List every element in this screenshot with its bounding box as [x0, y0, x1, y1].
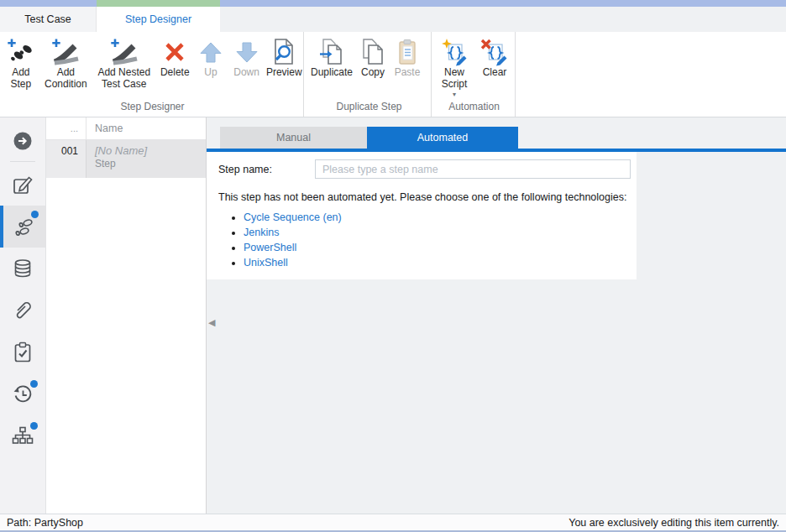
down-arrow-icon: [232, 37, 262, 67]
add-condition-button[interactable]: Add Condition: [40, 35, 92, 100]
hierarchy-icon: [12, 425, 34, 447]
status-path: Path: PartyShop: [7, 517, 83, 529]
rail-item-edit[interactable]: [0, 164, 45, 206]
up-button[interactable]: Up: [193, 35, 228, 100]
automated-step-card: Step name: This step has not been automa…: [207, 152, 637, 279]
copy-button[interactable]: Copy: [356, 35, 390, 100]
technology-list: Cycle Sequence (en) Jenkins PowerShell U…: [244, 211, 637, 269]
up-arrow-icon: [196, 37, 226, 67]
add-nested-test-case-button[interactable]: Add Nested Test Case: [92, 35, 156, 100]
technology-list-item: UnixShell: [244, 257, 637, 269]
paste-button[interactable]: Paste: [390, 35, 425, 100]
status-bar: Path: PartyShop You are exclusively edit…: [0, 514, 786, 532]
group-label-duplicate-step: Duplicate Step: [307, 100, 431, 117]
technology-list-item: PowerShell: [244, 242, 637, 253]
add-condition-icon: [50, 37, 81, 67]
link-cycle-sequence[interactable]: Cycle Sequence (en): [244, 211, 342, 223]
column-header-number: ...: [46, 117, 86, 139]
notification-dot: [30, 422, 38, 430]
window-accent-strip: [0, 0, 786, 7]
edit-icon: [12, 174, 34, 196]
tab-manual[interactable]: Manual: [220, 127, 367, 149]
main-area: ... Name 001 [No Name] Step Manual Autom…: [0, 117, 786, 514]
step-number: 001: [46, 140, 86, 178]
link-powershell[interactable]: PowerShell: [244, 242, 296, 253]
database-icon: [12, 258, 34, 279]
delete-button[interactable]: Delete: [156, 35, 193, 100]
history-icon: [12, 383, 34, 405]
new-script-button[interactable]: New Script ▾: [433, 35, 475, 100]
ribbon-group-automation: New Script ▾ Clear: [432, 32, 516, 117]
step-editor-panel: Manual Automated Step name: This step ha…: [207, 117, 786, 514]
notification-dot: [30, 380, 38, 388]
notification-dot: [31, 211, 39, 218]
rail-item-attachments[interactable]: [0, 289, 45, 331]
add-nested-test-case-icon: [109, 37, 139, 67]
not-automated-message: This step has not been automated yet. Pl…: [218, 191, 637, 203]
left-navigation-rail: [0, 117, 46, 514]
step-type-label: Step: [95, 158, 206, 170]
ribbon-group-duplicate-step: Duplicate Copy: [304, 32, 432, 117]
circle-arrow-icon: [12, 130, 34, 152]
duplicate-button[interactable]: Duplicate: [307, 35, 356, 100]
down-button[interactable]: Down: [228, 35, 265, 100]
tab-step-designer[interactable]: Step Designer: [97, 7, 220, 32]
paste-icon: [392, 37, 422, 67]
window-tab-bar: Test Case Step Designer: [0, 7, 786, 32]
preview-icon: [269, 37, 299, 67]
group-label-step-designer: Step Designer: [2, 100, 303, 117]
add-step-icon: [6, 37, 36, 67]
rail-item-history[interactable]: [0, 373, 45, 415]
rail-divider: [10, 161, 35, 162]
paperclip-icon: [12, 300, 34, 321]
step-name-input[interactable]: [315, 159, 631, 179]
copy-icon: [358, 37, 388, 67]
clear-script-icon: [479, 37, 510, 67]
rail-item-collapse[interactable]: [0, 123, 45, 159]
collapse-panel-arrow[interactable]: ◀: [208, 316, 217, 329]
step-name-placeholder-text: [No Name]: [95, 144, 206, 158]
step-row-selected[interactable]: 001 [No Name] Step: [46, 140, 206, 178]
steps-list-panel: ... Name 001 [No Name] Step: [46, 117, 207, 514]
rail-item-hierarchy[interactable]: [0, 415, 45, 457]
delete-icon: [160, 37, 190, 67]
status-editing-message: You are exclusively editing this item cu…: [569, 517, 779, 529]
rail-item-step-designer[interactable]: [0, 206, 45, 248]
clear-button[interactable]: Clear: [475, 35, 514, 100]
technology-list-item: Jenkins: [244, 227, 637, 238]
technology-list-item: Cycle Sequence (en): [244, 211, 637, 223]
tab-test-case[interactable]: Test Case: [0, 7, 97, 32]
steps-list-header: ... Name: [46, 117, 206, 140]
application-window: Test Case Step Designer: [0, 0, 786, 532]
preview-button[interactable]: Preview: [265, 35, 303, 100]
ribbon-group-step-designer: Add Step Add Condition: [0, 32, 304, 117]
active-tab-accent: [97, 0, 220, 7]
ribbon-toolbar: Add Step Add Condition: [0, 32, 786, 117]
link-unixshell[interactable]: UnixShell: [244, 257, 288, 269]
clipboard-check-icon: [12, 342, 34, 363]
rail-item-checklist[interactable]: [0, 331, 45, 373]
group-label-automation: Automation: [433, 100, 515, 117]
rail-item-data[interactable]: [0, 248, 45, 289]
column-header-name: Name: [86, 123, 206, 134]
step-name-label: Step name:: [218, 164, 315, 175]
new-script-icon: [439, 37, 469, 67]
link-jenkins[interactable]: Jenkins: [244, 227, 279, 238]
footsteps-icon: [13, 216, 35, 237]
tab-automated[interactable]: Automated: [367, 127, 518, 149]
duplicate-icon: [317, 37, 347, 67]
editor-tab-bar: Manual Automated: [220, 127, 786, 149]
new-script-dropdown-icon[interactable]: ▾: [453, 91, 456, 98]
add-step-button[interactable]: Add Step: [2, 35, 40, 100]
